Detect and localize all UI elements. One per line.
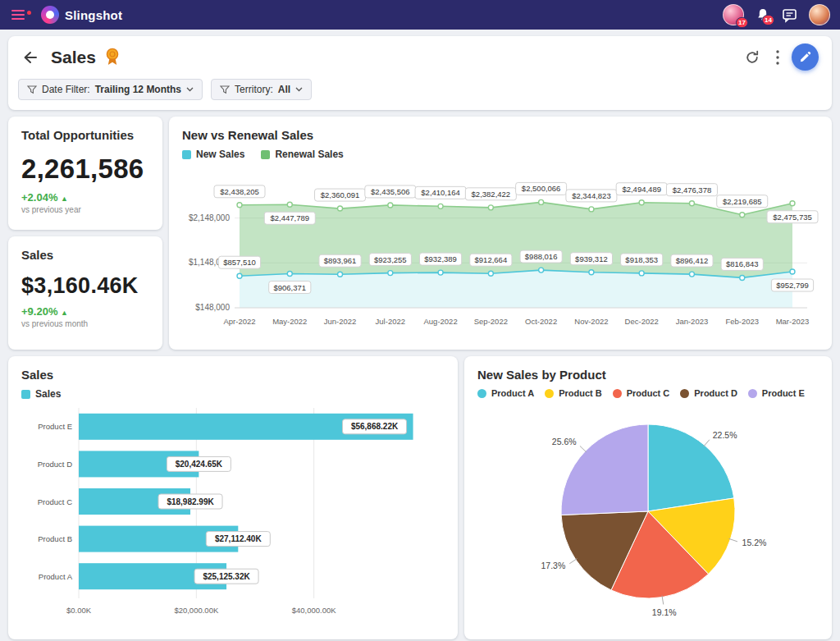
- kpi-total-opportunities[interactable]: Total Opportunities 2,261,586 +2.04% ▲ v…: [8, 117, 162, 230]
- svg-text:$918,353: $918,353: [625, 255, 658, 264]
- dashboard-content: Sales: [0, 30, 840, 641]
- area-chart[interactable]: $148,000$1,148,000$2,148,000$2,438,205$2…: [182, 162, 819, 337]
- svg-text:$893,961: $893,961: [324, 256, 357, 265]
- brand-name: Slingshot: [65, 8, 122, 22]
- bar-chart[interactable]: $0.00K$20,000.00K$40,000.00KProduct E$56…: [21, 401, 445, 621]
- legend-item-product-c[interactable]: Product C: [613, 388, 670, 398]
- profile-avatar[interactable]: [809, 4, 830, 25]
- legend-marker: [748, 389, 757, 398]
- slingshot-logo-icon: [41, 6, 59, 24]
- filter-label: Territory:: [235, 84, 273, 95]
- territory-filter-chip[interactable]: Territory: All: [211, 79, 312, 100]
- legend-item-product-d[interactable]: Product D: [680, 388, 737, 398]
- kpi-delta: +9.20% ▲: [21, 305, 149, 318]
- svg-text:$40,000.00K: $40,000.00K: [292, 606, 337, 615]
- legend-marker: [261, 150, 270, 159]
- legend-label: Product E: [762, 388, 805, 398]
- kpi-title: Total Opportunities: [21, 128, 149, 142]
- edit-button[interactable]: [792, 43, 819, 71]
- svg-text:$2,410,164: $2,410,164: [421, 188, 460, 197]
- filter-funnel-icon: [27, 85, 37, 94]
- svg-text:Nov-2022: Nov-2022: [574, 317, 608, 326]
- svg-text:$2,447,789: $2,447,789: [270, 213, 309, 222]
- kpi-column: Total Opportunities 2,261,586 +2.04% ▲ v…: [8, 117, 162, 350]
- pie-chart[interactable]: 22.5%15.2%19.1%17.3%25.6%: [477, 400, 819, 628]
- legend-label: Product D: [694, 388, 737, 398]
- svg-text:$18,982.99K: $18,982.99K: [167, 497, 214, 506]
- svg-text:Apr-2022: Apr-2022: [223, 317, 255, 326]
- area-chart-legend: New SalesRenewal Sales: [182, 149, 819, 160]
- notifications-bell-icon[interactable]: 14: [756, 7, 770, 23]
- kpi-title: Sales: [21, 248, 149, 262]
- svg-text:$27,112.40K: $27,112.40K: [215, 534, 262, 543]
- svg-text:Product D: Product D: [38, 460, 72, 469]
- filter-value: All: [278, 84, 290, 95]
- new-vs-renewal-sales-card: New vs Renewal Sales New SalesRenewal Sa…: [169, 117, 832, 350]
- svg-text:$2,219,685: $2,219,685: [723, 197, 762, 206]
- chevron-down-icon: [186, 87, 194, 92]
- svg-text:$20,424.65K: $20,424.65K: [176, 460, 223, 469]
- legend-item-sales[interactable]: Sales: [21, 388, 61, 400]
- svg-text:25.6%: 25.6%: [552, 437, 577, 446]
- bar-chart-legend: Sales: [21, 388, 445, 400]
- filter-funnel-icon: [220, 85, 230, 94]
- menu-icon[interactable]: [10, 8, 33, 21]
- chart-title: New Sales by Product: [477, 368, 819, 382]
- chat-icon[interactable]: [782, 7, 797, 23]
- kpi-value: $3,160.46K: [21, 273, 149, 299]
- sales-bar-chart-card: Sales Sales $0.00K$20,000.00K$40,000.00K…: [8, 356, 458, 639]
- svg-text:$988,016: $988,016: [525, 252, 558, 261]
- svg-text:$56,868.22K: $56,868.22K: [351, 422, 399, 431]
- legend-marker: [477, 389, 486, 398]
- svg-text:17.3%: 17.3%: [541, 561, 566, 570]
- svg-text:$148,000: $148,000: [195, 303, 230, 312]
- back-button[interactable]: [18, 45, 43, 70]
- medal-icon: [104, 48, 121, 66]
- filter-value: Trailing 12 Months: [95, 84, 181, 95]
- svg-text:Mar-2023: Mar-2023: [776, 317, 810, 326]
- dashboard-row-2: Sales Sales $0.00K$20,000.00K$40,000.00K…: [8, 356, 832, 639]
- back-arrow-icon: [21, 48, 39, 66]
- legend-label: Sales: [35, 388, 61, 400]
- legend-item-renewal-sales[interactable]: Renewal Sales: [261, 149, 343, 160]
- svg-text:$857,510: $857,510: [223, 258, 256, 267]
- svg-text:$2,475,735: $2,475,735: [773, 213, 812, 222]
- svg-text:$923,255: $923,255: [374, 255, 407, 264]
- team-avatar[interactable]: 17: [723, 4, 744, 25]
- menu-dot: [27, 11, 31, 15]
- svg-text:Jan-2023: Jan-2023: [676, 317, 709, 326]
- legend-marker: [21, 390, 30, 399]
- kebab-menu-icon: [775, 49, 780, 66]
- kpi-note: vs previous year: [21, 205, 149, 214]
- date-filter-chip[interactable]: Date Filter: Trailing 12 Months: [18, 79, 203, 100]
- svg-text:$2,494,489: $2,494,489: [622, 185, 661, 194]
- legend-label: Renewal Sales: [275, 149, 343, 160]
- legend-item-product-e[interactable]: Product E: [748, 388, 805, 398]
- svg-text:$2,360,091: $2,360,091: [321, 190, 360, 199]
- filter-label: Date Filter:: [42, 84, 90, 95]
- kpi-sales[interactable]: Sales $3,160.46K +9.20% ▲ vs previous mo…: [8, 236, 162, 350]
- svg-text:$939,312: $939,312: [575, 254, 608, 263]
- legend-item-product-a[interactable]: Product A: [477, 388, 534, 398]
- svg-text:19.1%: 19.1%: [652, 607, 677, 617]
- refresh-icon: [744, 49, 760, 66]
- svg-text:$20,000.00K: $20,000.00K: [174, 606, 219, 615]
- svg-text:$2,476,378: $2,476,378: [673, 185, 712, 195]
- navbar-actions: 17 14: [723, 4, 830, 25]
- kpi-value: 2,261,586: [21, 153, 149, 185]
- more-options-button[interactable]: [772, 46, 783, 69]
- legend-item-new-sales[interactable]: New Sales: [182, 149, 244, 160]
- svg-text:Aug-2022: Aug-2022: [423, 317, 457, 326]
- pie-chart-legend: Product AProduct BProduct CProduct DProd…: [477, 388, 819, 398]
- brand[interactable]: Slingshot: [41, 6, 122, 24]
- chart-title: Sales: [21, 368, 445, 382]
- legend-item-product-b[interactable]: Product B: [545, 388, 602, 398]
- kpi-delta: +2.04% ▲: [21, 191, 149, 204]
- svg-text:May-2022: May-2022: [272, 317, 307, 326]
- refresh-button[interactable]: [741, 46, 764, 69]
- legend-marker: [613, 389, 622, 398]
- kpi-note: vs previous month: [21, 319, 149, 328]
- svg-text:Oct-2022: Oct-2022: [525, 317, 557, 326]
- svg-text:Product A: Product A: [39, 572, 73, 581]
- page-header: Sales: [8, 36, 832, 110]
